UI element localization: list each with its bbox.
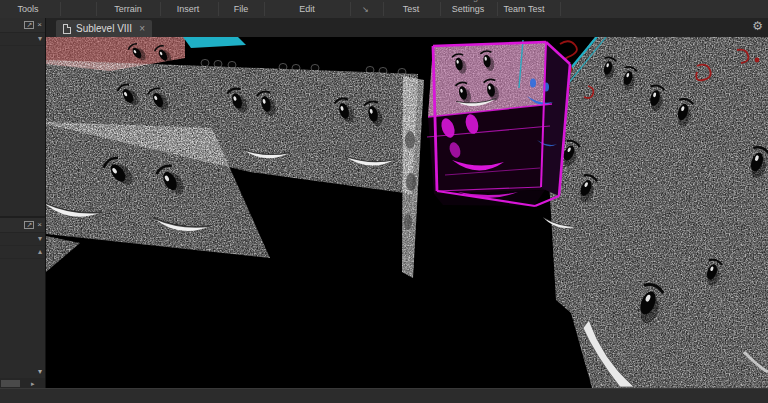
ribbon: Join Surfaces 3D Settings Test Tools Ter… (0, 0, 768, 18)
panel-dropdown-row[interactable]: ▾ (0, 33, 45, 46)
panel-header: ↗ × (0, 18, 45, 33)
box-face-dark (428, 104, 552, 194)
panel-body (0, 46, 45, 216)
close-panel-icon[interactable]: × (37, 21, 42, 29)
panel-header: ↗ × (0, 218, 45, 233)
group-separator (218, 2, 219, 16)
chevron-down-icon[interactable]: ▾ (38, 368, 42, 376)
selected-part-box[interactable] (427, 40, 570, 206)
float-panel-icon[interactable]: ↗ (24, 21, 34, 29)
panel-dropdown-row[interactable]: ▾ (0, 233, 45, 246)
dock-panel-bottom: ↗ × ▾ ▴ ▾ ▸ (0, 218, 45, 388)
document-icon (63, 24, 71, 34)
tab-label: Sublevel VIII (76, 23, 132, 34)
ribbon-group-terrain: Terrain (114, 4, 142, 14)
tab-sublevel-viii[interactable]: Sublevel VIII × (56, 20, 152, 37)
ribbon-group-file: File (234, 4, 249, 14)
status-bar (0, 388, 768, 403)
float-panel-icon[interactable]: ↗ (24, 221, 34, 229)
ribbon-group-test: Test (403, 4, 420, 14)
ribbon-group-insert: Insert (177, 4, 200, 14)
ribbon-group-tools: Tools (17, 4, 38, 14)
group-separator (96, 2, 97, 16)
chevron-down-icon[interactable]: ▾ (38, 35, 42, 43)
ribbon-group-labels: Tools Terrain Insert File Edit ↘ Test Se… (0, 0, 768, 18)
panel-body (0, 259, 45, 366)
close-panel-icon[interactable]: × (37, 221, 42, 229)
group-separator (440, 2, 441, 16)
ribbon-group-edit: Edit (299, 4, 315, 14)
ribbon-group-team-test: Team Test (504, 4, 545, 14)
left-dock: ↗ × ▾ ↗ × ▾ ▴ (0, 18, 46, 388)
viewport-3d[interactable] (46, 37, 768, 388)
group-separator (383, 2, 384, 16)
group-separator (560, 2, 561, 16)
tab-bar: Sublevel VIII × ⚙ (46, 18, 768, 37)
scroll-right-icon[interactable]: ▸ (31, 380, 35, 387)
dock-panel-top: ↗ × ▾ (0, 18, 45, 218)
group-separator (350, 2, 351, 16)
ribbon-group-settings: Settings (452, 4, 485, 14)
scroll-up-row[interactable]: ▴ (0, 246, 45, 259)
chevron-up-icon[interactable]: ▴ (38, 248, 42, 256)
group-separator (60, 2, 61, 16)
editor-window: Join Surfaces 3D Settings Test Tools Ter… (0, 0, 768, 403)
chevron-down-icon[interactable]: ▾ (38, 235, 42, 243)
gear-icon[interactable]: ⚙ (752, 19, 763, 33)
horizontal-scrollbar[interactable]: ▸ (0, 378, 45, 388)
group-separator (264, 2, 265, 16)
scroll-down-row[interactable]: ▾ (0, 366, 45, 378)
tab-close-icon[interactable]: × (139, 23, 145, 34)
group-separator (160, 2, 161, 16)
group-expander-icon[interactable]: ↘ (362, 5, 369, 14)
scrollbar-thumb[interactable] (1, 380, 20, 387)
group-separator (497, 2, 498, 16)
